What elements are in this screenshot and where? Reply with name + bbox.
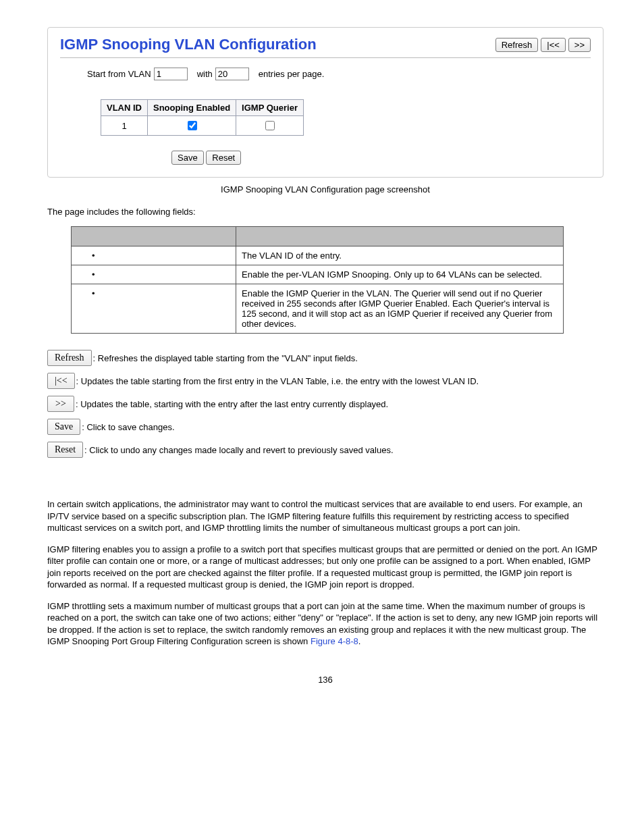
entries-per-page-input[interactable] bbox=[215, 68, 249, 80]
next-desc: : Updates the table, starting with the e… bbox=[76, 399, 388, 409]
action-row: Save Reset bbox=[171, 151, 591, 165]
divider bbox=[60, 57, 591, 58]
cell-snooping bbox=[148, 116, 236, 136]
field-desc: Enable the IGMP Querier in the VLAN. The… bbox=[236, 284, 564, 334]
refresh-icon-button[interactable]: Refresh bbox=[47, 350, 92, 366]
field-desc: The VLAN ID of the entry. bbox=[236, 246, 564, 265]
field-desc: Enable the per-VLAN IGMP Snooping. Only … bbox=[236, 265, 564, 284]
field-table-header bbox=[72, 227, 564, 246]
refresh-button[interactable]: Refresh bbox=[495, 38, 539, 52]
save-desc-row: Save : Click to save changes. bbox=[47, 419, 603, 435]
querier-checkbox[interactable] bbox=[265, 121, 275, 130]
field-row: Enable the IGMP Querier in the VLAN. The… bbox=[72, 284, 564, 334]
page-number: 136 bbox=[47, 675, 603, 685]
refresh-desc: : Refreshes the displayed table starting… bbox=[93, 353, 358, 363]
config-panel: IGMP Snooping VLAN Configuration Refresh… bbox=[47, 27, 603, 178]
start-vlan-input[interactable] bbox=[154, 68, 188, 80]
next-icon-button[interactable]: >> bbox=[47, 396, 74, 412]
panel-button-row: Refresh |<< >> bbox=[495, 38, 591, 52]
first-desc: : Updates the table starting from the fi… bbox=[76, 376, 479, 386]
panel-title: IGMP Snooping VLAN Configuration bbox=[60, 36, 317, 53]
snooping-checkbox[interactable] bbox=[188, 121, 197, 130]
th-snooping-enabled: Snooping Enabled bbox=[148, 100, 236, 116]
vlan-table: VLAN ID Snooping Enabled IGMP Querier 1 bbox=[101, 99, 304, 136]
field-description-table: The VLAN ID of the entry. Enable the per… bbox=[71, 226, 564, 334]
with-label: with bbox=[197, 69, 213, 79]
next-desc-row: >> : Updates the table, starting with th… bbox=[47, 396, 603, 412]
panel-header: IGMP Snooping VLAN Configuration Refresh… bbox=[60, 36, 591, 53]
figure-link[interactable]: Figure 4-8-8 bbox=[311, 636, 358, 646]
first-icon-button[interactable]: |<< bbox=[47, 373, 75, 389]
th-vlan-id: VLAN ID bbox=[101, 100, 148, 116]
first-page-button[interactable]: |<< bbox=[541, 38, 566, 52]
next-page-button[interactable]: >> bbox=[568, 38, 591, 52]
save-button[interactable]: Save bbox=[171, 151, 204, 165]
reset-desc-row: Reset : Click to undo any changes made l… bbox=[47, 442, 603, 458]
reset-button[interactable]: Reset bbox=[206, 151, 241, 165]
table-row: 1 bbox=[101, 116, 304, 136]
first-desc-row: |<< : Updates the table starting from th… bbox=[47, 373, 603, 389]
field-name bbox=[72, 246, 236, 265]
body-para-2: IGMP filtering enables you to assign a p… bbox=[47, 544, 603, 591]
reset-icon-button[interactable]: Reset bbox=[47, 442, 83, 458]
start-from-label: Start from VLAN bbox=[87, 69, 151, 79]
save-desc: : Click to save changes. bbox=[82, 422, 174, 432]
field-row: Enable the per-VLAN IGMP Snooping. Only … bbox=[72, 265, 564, 284]
fields-intro: The page includes the following fields: bbox=[47, 207, 603, 217]
refresh-desc-row: Refresh : Refreshes the displayed table … bbox=[47, 350, 603, 366]
field-name bbox=[72, 265, 236, 284]
reset-desc: : Click to undo any changes made locally… bbox=[84, 445, 393, 455]
field-name bbox=[72, 284, 236, 334]
cell-querier bbox=[236, 116, 304, 136]
screenshot-caption: IGMP Snooping VLAN Configuration page sc… bbox=[47, 184, 603, 194]
body-para-3: IGMP throttling sets a maximum number of… bbox=[47, 600, 603, 648]
table-header-row: VLAN ID Snooping Enabled IGMP Querier bbox=[101, 100, 304, 116]
body-para-3b: . bbox=[358, 636, 361, 646]
field-row: The VLAN ID of the entry. bbox=[72, 246, 564, 265]
save-icon-button[interactable]: Save bbox=[47, 419, 80, 435]
paging-controls: Start from VLAN with entries per page. bbox=[87, 68, 591, 80]
th-igmp-querier: IGMP Querier bbox=[236, 100, 304, 116]
body-para-1: In certain switch applications, the admi… bbox=[47, 498, 603, 534]
cell-vlan-id: 1 bbox=[101, 116, 148, 136]
entries-suffix: entries per page. bbox=[259, 69, 325, 79]
